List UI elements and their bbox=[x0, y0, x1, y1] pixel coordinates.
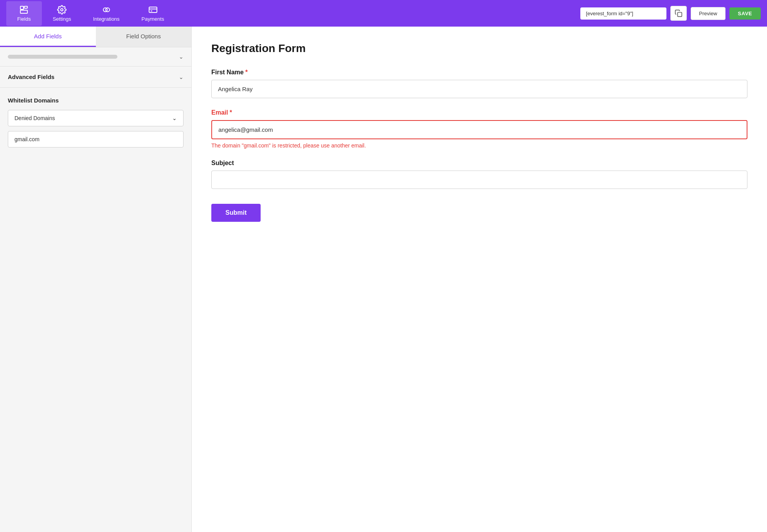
save-button[interactable]: SAVE bbox=[729, 7, 761, 20]
svg-rect-6 bbox=[149, 7, 157, 13]
denied-domains-dropdown[interactable]: Denied Domains ⌄ bbox=[8, 110, 184, 126]
copy-shortcode-button[interactable] bbox=[670, 6, 687, 21]
first-name-label: First Name * bbox=[211, 69, 747, 76]
nav-item-settings[interactable]: Settings bbox=[42, 1, 82, 26]
preview-button[interactable]: Preview bbox=[691, 7, 725, 20]
nav-item-integrations[interactable]: Integrations bbox=[82, 1, 131, 26]
payments-icon bbox=[148, 5, 158, 14]
svg-rect-9 bbox=[678, 13, 682, 17]
form-preview-area: Registration Form First Name * Email * T… bbox=[192, 27, 767, 532]
nav-right: Preview SAVE bbox=[580, 6, 761, 21]
nav-item-payments[interactable]: Payments bbox=[131, 1, 175, 26]
tab-add-fields[interactable]: Add Fields bbox=[0, 27, 96, 47]
main-layout: Add Fields Field Options ⌄ Advanced Fiel… bbox=[0, 27, 767, 532]
top-navigation: Fields Settings Integrations bbox=[0, 0, 767, 27]
email-label: Email * bbox=[211, 109, 747, 116]
svg-rect-0 bbox=[20, 6, 23, 9]
sidebar-tabs: Add Fields Field Options bbox=[0, 27, 191, 47]
email-field: Email * The domain "gmail.com" is restri… bbox=[211, 109, 747, 149]
email-error-message: The domain "gmail.com" is restricted, pl… bbox=[211, 142, 747, 149]
nav-payments-label: Payments bbox=[142, 16, 164, 22]
subject-label: Subject bbox=[211, 160, 747, 167]
svg-rect-1 bbox=[24, 6, 27, 8]
first-name-field: First Name * bbox=[211, 69, 747, 98]
advanced-fields-section-header[interactable]: Advanced Fields ⌄ bbox=[0, 66, 191, 88]
dropdown-chevron-up-icon: ⌄ bbox=[172, 115, 177, 121]
email-input[interactable] bbox=[211, 120, 747, 139]
tab-field-options[interactable]: Field Options bbox=[96, 27, 192, 47]
svg-rect-2 bbox=[20, 10, 27, 13]
nav-fields-label: Fields bbox=[17, 16, 31, 22]
advanced-fields-title: Advanced Fields bbox=[8, 74, 54, 80]
advanced-chevron-up-icon: ⌄ bbox=[179, 74, 184, 80]
email-required-star: * bbox=[230, 109, 232, 116]
first-name-input[interactable] bbox=[211, 80, 747, 98]
whitelist-domains-section: Whitelist Domains Denied Domains ⌄ bbox=[0, 88, 191, 157]
collapsed-fields-section[interactable]: ⌄ bbox=[0, 47, 191, 66]
nav-settings-label: Settings bbox=[53, 16, 71, 22]
integrations-icon bbox=[102, 5, 111, 14]
first-name-required-star: * bbox=[245, 69, 248, 76]
collapsed-bar bbox=[8, 55, 117, 59]
subject-field: Subject bbox=[211, 160, 747, 189]
svg-point-3 bbox=[61, 9, 63, 11]
nav-integrations-label: Integrations bbox=[93, 16, 120, 22]
dropdown-value: Denied Domains bbox=[14, 115, 55, 121]
domain-input[interactable] bbox=[8, 131, 184, 147]
settings-icon bbox=[57, 5, 67, 14]
form-title: Registration Form bbox=[211, 42, 747, 55]
submit-button[interactable]: Submit bbox=[211, 204, 261, 222]
sidebar: Add Fields Field Options ⌄ Advanced Fiel… bbox=[0, 27, 192, 532]
nav-items: Fields Settings Integrations bbox=[6, 1, 175, 26]
subject-input[interactable] bbox=[211, 171, 747, 189]
fields-icon bbox=[19, 5, 29, 14]
whitelist-title: Whitelist Domains bbox=[8, 97, 184, 104]
chevron-up-icon: ⌄ bbox=[179, 54, 184, 60]
shortcode-input[interactable] bbox=[580, 7, 666, 20]
nav-item-fields[interactable]: Fields bbox=[6, 1, 42, 26]
